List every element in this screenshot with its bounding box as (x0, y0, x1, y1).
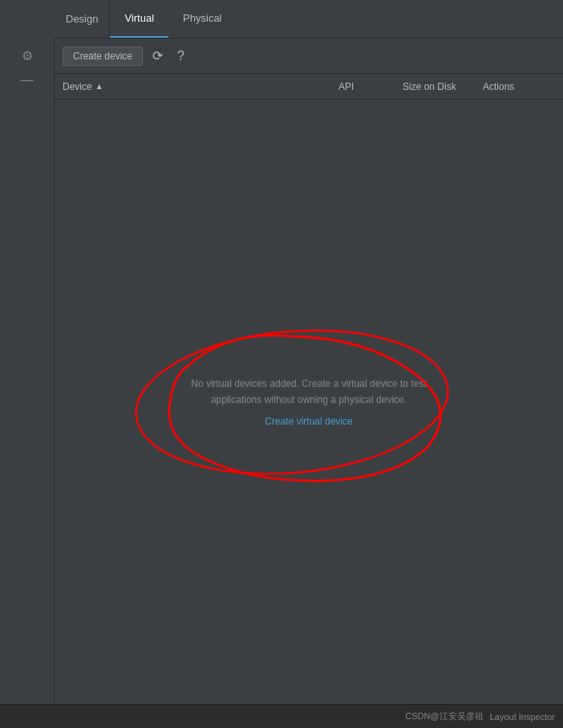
create-virtual-device-link[interactable]: Create virtual device (265, 416, 352, 427)
layout-inspector-label[interactable]: Layout Inspector (490, 712, 555, 722)
column-device[interactable]: Device ▲ (63, 81, 338, 92)
refresh-button[interactable]: ⟳ (148, 47, 168, 65)
create-device-button[interactable]: Create device (63, 47, 143, 66)
tab-virtual[interactable]: Virtual (110, 0, 168, 38)
gear-icon[interactable]: ⚙ (18, 45, 36, 67)
tab-bar: Design Virtual Physical (55, 0, 563, 39)
design-tab-label: Design (66, 13, 98, 25)
sort-arrow-icon: ▲ (95, 82, 103, 91)
column-api[interactable]: API (338, 81, 403, 92)
empty-message: No virtual devices added. Create a virtu… (172, 376, 445, 407)
content-area: No virtual devices added. Create a virtu… (55, 100, 563, 704)
tab-design[interactable]: Design (55, 0, 110, 38)
column-actions-label: Actions (483, 81, 514, 92)
column-size-on-disk[interactable]: Size on Disk (403, 81, 483, 92)
help-button[interactable]: ? (172, 47, 189, 65)
physical-tab-label: Physical (183, 12, 221, 24)
watermark: CSDN@江安吴彦祖 (405, 710, 483, 722)
status-bar: CSDN@江安吴彦祖 Layout Inspector (0, 704, 563, 728)
virtual-tab-label: Virtual (124, 12, 154, 24)
toolbar: Create device ⟳ ? (55, 39, 563, 74)
empty-state: No virtual devices added. Create a virtu… (172, 376, 445, 426)
help-icon: ? (177, 49, 184, 63)
column-device-label: Device (63, 81, 92, 92)
tab-physical[interactable]: Physical (168, 0, 236, 38)
minus-icon[interactable]: — (18, 70, 37, 91)
column-actions: Actions (483, 81, 555, 92)
left-sidebar: ⚙ — (0, 39, 55, 704)
column-api-label: API (338, 81, 354, 92)
table-header: Device ▲ API Size on Disk Actions (55, 74, 563, 100)
column-size-label: Size on Disk (403, 81, 456, 92)
refresh-icon: ⟳ (152, 48, 163, 63)
